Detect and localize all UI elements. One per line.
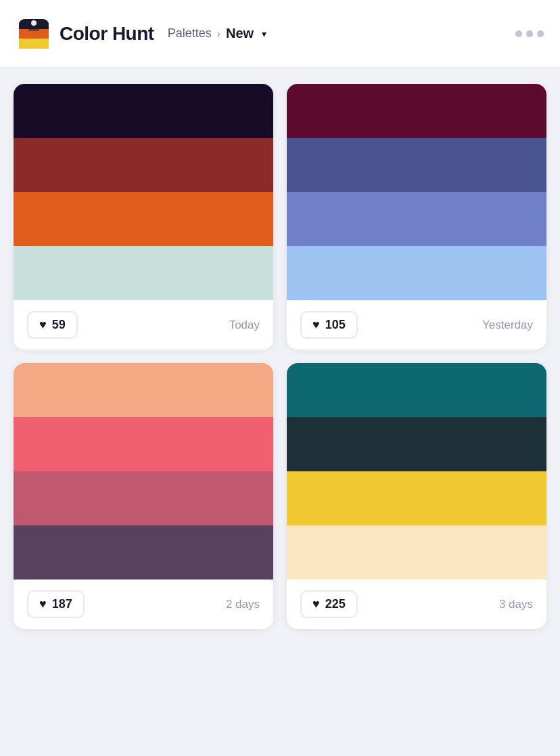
time-label: 2 days — [226, 598, 260, 611]
palette-card[interactable]: ♥59Today — [14, 84, 273, 350]
color-swatch-0 — [14, 363, 273, 417]
palette-colors — [287, 84, 546, 300]
color-swatch-0 — [14, 84, 273, 138]
card-footer: ♥2253 days — [287, 580, 546, 629]
svg-point-4 — [31, 20, 37, 26]
color-swatch-0 — [287, 84, 546, 138]
like-button[interactable]: ♥225 — [300, 590, 358, 618]
color-swatch-2 — [14, 471, 273, 525]
color-swatch-2 — [287, 192, 546, 246]
palette-colors — [287, 363, 546, 580]
main-content: ♥59Today♥105Yesterday♥1872 days♥2253 day… — [0, 68, 560, 645]
color-swatch-2 — [14, 192, 273, 246]
color-swatch-0 — [287, 363, 546, 417]
card-footer: ♥59Today — [14, 300, 273, 350]
color-swatch-1 — [287, 138, 546, 192]
dot-1 — [515, 30, 522, 37]
like-button[interactable]: ♥59 — [27, 311, 78, 339]
logo-icon — [16, 16, 51, 51]
logo-container[interactable]: Color Hunt — [16, 16, 154, 51]
heart-icon: ♥ — [312, 597, 320, 611]
palette-card[interactable]: ♥105Yesterday — [287, 84, 546, 350]
like-count: 59 — [52, 318, 66, 332]
card-footer: ♥1872 days — [14, 580, 273, 629]
site-header: Color Hunt Palettes › New ▾ — [0, 0, 560, 68]
color-swatch-3 — [287, 246, 546, 300]
like-count: 105 — [325, 318, 346, 332]
time-label: Yesterday — [482, 318, 533, 332]
breadcrumb-separator: › — [217, 28, 220, 40]
breadcrumb-nav: Palettes › New ▾ — [168, 26, 267, 41]
palette-colors — [14, 84, 273, 300]
time-label: Today — [229, 318, 260, 332]
palette-card[interactable]: ♥2253 days — [287, 363, 546, 629]
color-swatch-1 — [14, 138, 273, 192]
palette-grid: ♥59Today♥105Yesterday♥1872 days♥2253 day… — [14, 84, 546, 629]
card-footer: ♥105Yesterday — [287, 300, 546, 350]
color-swatch-3 — [14, 246, 273, 300]
nav-palettes-link[interactable]: Palettes — [168, 26, 212, 41]
palette-colors — [14, 363, 273, 580]
heart-icon: ♥ — [39, 318, 47, 332]
like-count: 225 — [325, 597, 346, 611]
color-swatch-1 — [287, 417, 546, 471]
dot-2 — [526, 30, 533, 37]
like-button[interactable]: ♥105 — [300, 311, 358, 339]
like-button[interactable]: ♥187 — [27, 590, 85, 618]
heart-icon: ♥ — [39, 597, 47, 611]
color-swatch-1 — [14, 417, 273, 471]
color-swatch-2 — [287, 471, 546, 525]
dot-3 — [537, 30, 544, 37]
color-swatch-3 — [14, 525, 273, 580]
nav-new-label[interactable]: New — [226, 26, 254, 41]
like-count: 187 — [52, 597, 72, 611]
color-swatch-3 — [287, 525, 546, 580]
header-dots — [515, 30, 544, 37]
time-label: 3 days — [499, 598, 533, 611]
heart-icon: ♥ — [312, 318, 320, 332]
site-title: Color Hunt — [60, 23, 154, 45]
palette-card[interactable]: ♥1872 days — [14, 363, 273, 629]
dropdown-chevron-icon[interactable]: ▾ — [262, 28, 266, 39]
